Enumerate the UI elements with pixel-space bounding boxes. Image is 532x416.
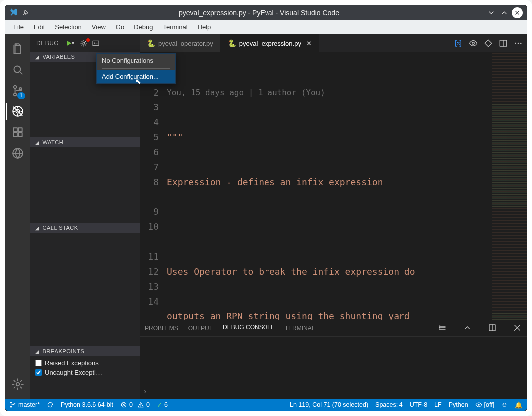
status-cursor[interactable]: Ln 119, Col 71 (70 selected) <box>290 401 368 408</box>
svg-point-18 <box>520 43 522 44</box>
tab-close-button[interactable]: ✕ <box>306 40 312 47</box>
section-watch-body <box>30 147 140 223</box>
status-notifications[interactable]: 🔔 <box>515 401 523 409</box>
tab-pyeval-operator[interactable]: 🐍 pyeval_operator.py <box>140 34 221 52</box>
dd-no-configurations[interactable]: No Configurations <box>97 54 175 67</box>
sidebar-title-row: DEBUG ▾ <box>30 34 140 52</box>
breakpoint-uncaught[interactable]: Uncaught Excepti… <box>34 368 136 377</box>
editor-tabs: 🐍 pyeval_operator.py 🐍 pyeval_expression… <box>140 34 527 52</box>
compare-changes-icon[interactable] <box>454 39 463 48</box>
pin-icon[interactable] <box>22 9 29 17</box>
sidebar-title: DEBUG <box>36 40 59 47</box>
bottom-panel: PROBLEMS OUTPUT DEBUG CONSOLE TERMINAL › <box>140 320 527 399</box>
activity-explorer[interactable] <box>6 38 30 59</box>
menu-file[interactable]: File <box>8 21 29 33</box>
panel-collapse-icon[interactable] <box>463 323 472 334</box>
status-python[interactable]: Python 3.6.6 64-bit <box>61 401 113 408</box>
more-actions-icon[interactable] <box>514 39 523 48</box>
python-file-icon: 🐍 <box>228 39 236 47</box>
blame-annotation: You, 15 days ago | 1 author (You) <box>167 85 492 100</box>
status-language[interactable]: Python <box>449 401 468 408</box>
vscode-window: pyeval_expression.py - PyEval - Visual S… <box>5 5 527 411</box>
open-changes-icon[interactable] <box>484 39 493 48</box>
cursor-icon: ⬉ <box>135 77 141 85</box>
menu-go[interactable]: Go <box>111 21 129 33</box>
line-number-gutter: 12345678 910 11121314 <box>140 52 164 320</box>
vscode-logo-icon <box>9 8 18 17</box>
section-callstack-body <box>30 233 140 346</box>
activity-scm[interactable]: 1 <box>6 80 30 101</box>
breakpoint-raised-checkbox[interactable] <box>35 360 42 366</box>
status-indent[interactable]: Spaces: 4 <box>375 401 403 408</box>
scm-badge: 1 <box>17 92 25 99</box>
window-close-button[interactable] <box>512 7 523 18</box>
panel-maximize-icon[interactable] <box>488 323 497 334</box>
breakpoint-raised[interactable]: Raised Exceptions <box>34 358 136 368</box>
code-lines[interactable]: You, 15 days ago | 1 author (You) """ Ex… <box>164 52 492 320</box>
status-sync[interactable] <box>47 401 54 408</box>
menu-terminal[interactable]: Terminal <box>158 21 192 33</box>
activity-bar: 1 <box>5 34 30 399</box>
section-watch-header[interactable]: ◢WATCH <box>30 137 140 147</box>
svg-rect-13 <box>93 41 99 45</box>
panel-close-icon[interactable] <box>513 323 522 334</box>
section-breakpoints-header[interactable]: ◢BREAKPOINTS <box>30 346 140 356</box>
section-breakpoints-body: Raised Exceptions Uncaught Excepti… <box>30 356 140 379</box>
panel-tab-output[interactable]: OUTPUT <box>188 325 213 332</box>
svg-point-16 <box>515 43 516 44</box>
svg-rect-8 <box>13 133 17 137</box>
settings-indicator-icon <box>86 38 90 42</box>
activity-search[interactable] <box>6 59 30 80</box>
status-live-preview[interactable]: [off] <box>475 401 495 408</box>
breakpoint-uncaught-checkbox[interactable] <box>35 369 42 376</box>
menu-edit[interactable]: Edit <box>29 21 50 33</box>
menu-view[interactable]: View <box>87 21 111 33</box>
status-coverage-check[interactable]: ✓6 <box>157 401 168 409</box>
panel-tab-problems[interactable]: PROBLEMS <box>145 325 178 332</box>
debug-config-dropdown[interactable]: No Configurations Add Configuration... ⬉ <box>96 53 176 84</box>
svg-point-11 <box>16 383 20 386</box>
activity-live-share[interactable] <box>6 143 30 164</box>
window-title: pyeval_expression.py - PyEval - Visual S… <box>34 9 484 17</box>
debug-console-prompt: › <box>144 387 146 396</box>
panel-tab-terminal[interactable]: TERMINAL <box>285 325 315 332</box>
sidebar-debug: DEBUG ▾ ◢VARIABLES ◢WATCH ◢CALL STACK <box>30 34 140 399</box>
status-branch[interactable]: master* <box>9 401 40 408</box>
debug-config-dropdown-button[interactable]: ▾ <box>72 40 75 46</box>
debug-console-toggle-button[interactable] <box>92 39 100 47</box>
split-editor-icon[interactable] <box>499 39 508 48</box>
titlebar: pyeval_expression.py - PyEval - Visual S… <box>5 5 527 20</box>
debug-settings-button[interactable] <box>80 39 88 47</box>
tab-pyeval-expression[interactable]: 🐍 pyeval_expression.py ✕ <box>221 34 319 52</box>
window-maximize-button[interactable] <box>499 7 510 18</box>
dd-separator <box>102 68 170 69</box>
status-eol[interactable]: LF <box>434 401 442 408</box>
window-minimize-button[interactable] <box>486 7 497 18</box>
svg-point-12 <box>83 42 85 44</box>
activity-manage[interactable] <box>6 374 30 395</box>
section-callstack-header[interactable]: ◢CALL STACK <box>30 223 140 233</box>
editor-area: No Configurations Add Configuration... ⬉… <box>140 34 527 399</box>
debug-console-body[interactable]: › <box>140 336 527 399</box>
svg-rect-6 <box>13 128 17 132</box>
panel-tab-debug-console[interactable]: DEBUG CONSOLE <box>223 324 275 333</box>
status-problems[interactable]: 0 0 <box>120 401 150 408</box>
code-editor[interactable]: 12345678 910 11121314 You, 15 days ago |… <box>140 52 492 320</box>
panel-tabs: PROBLEMS OUTPUT DEBUG CONSOLE TERMINAL <box>140 320 527 336</box>
python-file-icon: 🐍 <box>147 39 155 47</box>
menu-help[interactable]: Help <box>193 21 216 33</box>
menu-selection[interactable]: Selection <box>50 21 86 33</box>
activity-extensions[interactable] <box>6 122 30 143</box>
menu-debug[interactable]: Debug <box>129 21 158 33</box>
status-feedback[interactable]: ☺ <box>501 401 508 408</box>
svg-point-17 <box>518 43 519 44</box>
svg-point-14 <box>472 42 475 45</box>
minimap[interactable] <box>492 52 527 320</box>
activity-debug[interactable] <box>6 101 30 122</box>
status-encoding[interactable]: UTF-8 <box>410 401 427 408</box>
svg-point-24 <box>478 404 480 406</box>
preview-icon[interactable] <box>469 39 478 48</box>
status-bar: master* Python 3.6.6 64-bit 0 0 ✓6 Ln 11… <box>5 399 527 411</box>
svg-rect-7 <box>18 128 22 132</box>
panel-clear-icon[interactable] <box>438 323 447 334</box>
